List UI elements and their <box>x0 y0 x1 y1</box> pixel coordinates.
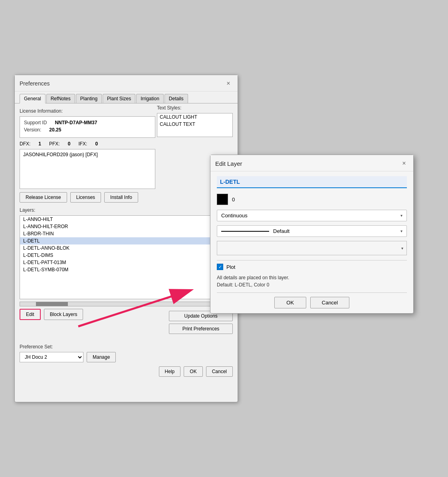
tab-planting[interactable]: Planting <box>76 94 102 103</box>
layers-label: Layers: <box>20 207 233 213</box>
plot-label: Plot <box>226 264 235 270</box>
lineweight-chevron-icon: ▾ <box>400 229 402 233</box>
tab-refnotes[interactable]: RefNotes <box>46 94 75 103</box>
tab-plant-sizes[interactable]: Plant Sizes <box>103 94 135 103</box>
text-styles-list: CALLOUT LIGHT CALLOUT TEXT <box>157 113 233 137</box>
layer-name-2: L-ANNO-HILT-EROR <box>23 224 68 229</box>
dialog-ok-button[interactable]: OK <box>274 297 306 308</box>
text-style-item-2[interactable]: CALLOUT TEXT <box>157 121 232 128</box>
description-line1: All details are placed on this layer. <box>217 274 407 281</box>
preference-set-section: Preference Set: JH Docu 2 Manage <box>20 344 233 362</box>
release-license-button[interactable]: Release License <box>20 192 67 203</box>
dialog-cancel-button[interactable]: Cancel <box>310 297 349 308</box>
layer-name-3: L-BRDR-THIN <box>23 231 54 237</box>
install-info-button[interactable]: Install Info <box>104 192 138 203</box>
layers-list[interactable]: L-ANNO-HILT 2 L-ANNO-HILT-EROR 2 L-BRDR-… <box>20 215 233 299</box>
support-id-value: NNTP-D7AP-MM37 <box>55 120 97 125</box>
dfx-value: 1 <box>38 141 41 147</box>
titlebar: Preferences × <box>15 75 238 91</box>
tab-irrigation[interactable]: Irrigation <box>136 94 164 103</box>
pref-set-row: JH Docu 2 Manage <box>20 352 233 362</box>
divider <box>217 260 407 260</box>
description-line2: Default: L-DETL, Color 0 <box>217 281 407 288</box>
layers-section: Layers: L-ANNO-HILT 2 L-ANNO-HILT-EROR 2… <box>20 207 233 320</box>
window-title: Preferences <box>20 80 50 87</box>
text-styles-label: Text Styles: <box>157 105 233 111</box>
help-button[interactable]: Help <box>159 366 181 377</box>
plot-checkbox[interactable]: ✓ <box>217 264 223 270</box>
ifx-label: IFX: <box>78 141 87 147</box>
color-number: 0 <box>232 197 235 203</box>
layers-scrollbar[interactable] <box>20 302 233 306</box>
support-id-label: Support ID <box>24 120 47 125</box>
line-weight-display: Default <box>221 228 289 234</box>
dialog-title: Edit Layer <box>215 160 242 167</box>
linetype-dropdown[interactable]: Continuous ▾ <box>217 210 407 221</box>
ifx-value: 0 <box>95 141 98 147</box>
layer-name-7: L-DETL-PATT-013M <box>23 260 66 265</box>
dialog-content: 0 Continuous ▾ Default ▾ ▾ <box>210 171 413 313</box>
scrollbar-thumb[interactable] <box>36 302 68 306</box>
plot-row: ✓ Plot <box>217 264 407 270</box>
color-row: 0 <box>217 194 407 205</box>
layer-row-6[interactable]: L-DETL-DIMS 4 <box>20 252 232 259</box>
layer-row-2[interactable]: L-ANNO-HILT-EROR 2 <box>20 223 232 230</box>
ok-button[interactable]: OK <box>184 366 202 377</box>
dialog-divider <box>217 292 407 293</box>
version-label: Version: <box>24 127 41 133</box>
tabs-container: General RefNotes Planting Plant Sizes Ir… <box>15 91 238 103</box>
edit-layer-dialog: Edit Layer × 0 Continuous ▾ Default <box>210 155 414 314</box>
pref-set-dropdown[interactable]: JH Docu 2 <box>20 352 83 362</box>
tab-details[interactable]: Details <box>165 94 188 103</box>
dfx-row: DFX: 1 PFX: 0 IFX: 0 <box>20 141 233 147</box>
license-user-area: JASONHILFORD209 (jason) [DFX] <box>20 149 155 189</box>
text-styles-area: Text Styles: CALLOUT LIGHT CALLOUT TEXT <box>157 105 233 137</box>
license-box: Support ID NNTP-D7AP-MM37 Version: 20.25 <box>20 116 155 138</box>
cancel-button[interactable]: Cancel <box>206 366 233 377</box>
layer-name-6: L-DETL-DIMS <box>23 252 53 258</box>
support-id-row: Support ID NNTP-D7AP-MM37 <box>24 120 151 125</box>
layer-row-1[interactable]: L-ANNO-HILT 2 <box>20 216 232 223</box>
layer-name-5: L-DETL-ANNO-BLOK <box>23 245 69 251</box>
description-text: All details are placed on this layer. De… <box>217 274 407 288</box>
lineweight-dropdown[interactable]: Default ▾ <box>217 225 407 237</box>
print-preferences-button[interactable]: Print Preferences <box>169 324 233 334</box>
line-weight-line <box>221 231 269 232</box>
checkmark-icon: ✓ <box>218 264 222 270</box>
close-button[interactable]: × <box>224 79 233 88</box>
content-area: License Information: Support ID NNTP-D7A… <box>15 103 238 382</box>
pref-set-label: Preference Set: <box>20 344 233 350</box>
layer-row-7[interactable]: L-DETL-PATT-013M 0 <box>20 259 232 266</box>
pfx-label: PFX: <box>49 141 60 147</box>
color-swatch[interactable] <box>217 194 228 205</box>
license-button-row: Release License Licenses Install Info <box>20 192 233 203</box>
dialog-close-button[interactable]: × <box>400 159 408 168</box>
right-panel: Update Options Print Preferences <box>169 311 233 334</box>
layer-name-input[interactable] <box>217 176 407 188</box>
license-user: JASONHILFORD209 (jason) [DFX] <box>23 152 98 157</box>
licenses-button[interactable]: Licenses <box>70 192 101 203</box>
text-style-item-1[interactable]: CALLOUT LIGHT <box>157 113 232 121</box>
layer-name-8: L-DETL-SYMB-070M <box>23 267 68 272</box>
layer-name-1: L-ANNO-HILT <box>23 217 53 222</box>
preferences-window: Preferences × General RefNotes Planting … <box>14 75 238 402</box>
dialog-btn-row: OK Cancel <box>217 297 407 308</box>
pfx-value: 0 <box>68 141 71 147</box>
block-layers-button[interactable]: Block Layers <box>44 309 83 320</box>
version-row: Version: 20.25 <box>24 127 151 133</box>
manage-button[interactable]: Manage <box>87 352 116 362</box>
layer-name-4: L-DETL <box>23 238 40 244</box>
layer-row-4[interactable]: L-DETL 0 <box>20 237 232 244</box>
edit-layer-button[interactable]: Edit <box>20 309 41 320</box>
layer-row-5[interactable]: L-DETL-ANNO-BLOK 0 <box>20 244 232 252</box>
extra-chevron-icon: ▾ <box>401 246 403 250</box>
layer-row-3[interactable]: L-BRDR-THIN 8 <box>20 230 232 237</box>
dialog-titlebar: Edit Layer × <box>210 155 413 171</box>
layer-row-8[interactable]: L-DETL-SYMB-070M 7 <box>20 266 232 273</box>
version-value: 20.25 <box>49 127 61 133</box>
dfx-label: DFX: <box>20 141 30 147</box>
tab-general[interactable]: General <box>20 94 46 103</box>
lineweight-label: Default <box>273 228 289 234</box>
linetype-label: Continuous <box>221 213 248 219</box>
extra-dropdown[interactable]: ▾ <box>217 241 407 255</box>
